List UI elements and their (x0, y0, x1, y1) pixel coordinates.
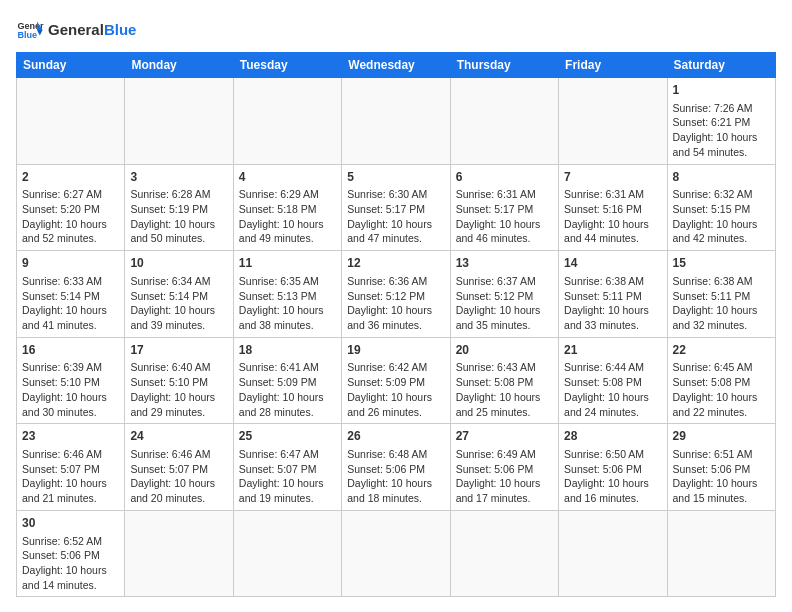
calendar-cell: 6Sunrise: 6:31 AM Sunset: 5:17 PM Daylig… (450, 164, 558, 251)
calendar-cell (450, 510, 558, 597)
calendar-cell: 12Sunrise: 6:36 AM Sunset: 5:12 PM Dayli… (342, 251, 450, 338)
day-number: 11 (239, 255, 336, 272)
day-number: 18 (239, 342, 336, 359)
day-info: Sunrise: 6:42 AM Sunset: 5:09 PM Dayligh… (347, 361, 432, 417)
day-info: Sunrise: 6:30 AM Sunset: 5:17 PM Dayligh… (347, 188, 432, 244)
day-number: 12 (347, 255, 444, 272)
day-info: Sunrise: 6:33 AM Sunset: 5:14 PM Dayligh… (22, 275, 107, 331)
svg-text:Blue: Blue (17, 30, 37, 40)
day-info: Sunrise: 6:32 AM Sunset: 5:15 PM Dayligh… (673, 188, 758, 244)
calendar-cell: 14Sunrise: 6:38 AM Sunset: 5:11 PM Dayli… (559, 251, 667, 338)
calendar-cell: 25Sunrise: 6:47 AM Sunset: 5:07 PM Dayli… (233, 424, 341, 511)
calendar-cell: 28Sunrise: 6:50 AM Sunset: 5:06 PM Dayli… (559, 424, 667, 511)
calendar-cell: 19Sunrise: 6:42 AM Sunset: 5:09 PM Dayli… (342, 337, 450, 424)
weekday-header-saturday: Saturday (667, 53, 775, 78)
day-number: 29 (673, 428, 770, 445)
calendar-cell (125, 78, 233, 165)
calendar-cell (17, 78, 125, 165)
calendar-table: SundayMondayTuesdayWednesdayThursdayFrid… (16, 52, 776, 597)
calendar-cell (342, 510, 450, 597)
day-number: 28 (564, 428, 661, 445)
day-info: Sunrise: 6:27 AM Sunset: 5:20 PM Dayligh… (22, 188, 107, 244)
calendar-cell: 24Sunrise: 6:46 AM Sunset: 5:07 PM Dayli… (125, 424, 233, 511)
day-info: Sunrise: 6:35 AM Sunset: 5:13 PM Dayligh… (239, 275, 324, 331)
calendar-cell: 16Sunrise: 6:39 AM Sunset: 5:10 PM Dayli… (17, 337, 125, 424)
day-info: Sunrise: 6:40 AM Sunset: 5:10 PM Dayligh… (130, 361, 215, 417)
calendar-cell: 20Sunrise: 6:43 AM Sunset: 5:08 PM Dayli… (450, 337, 558, 424)
calendar-cell: 17Sunrise: 6:40 AM Sunset: 5:10 PM Dayli… (125, 337, 233, 424)
logo: General Blue GeneralBlue (16, 16, 136, 44)
day-info: Sunrise: 6:31 AM Sunset: 5:16 PM Dayligh… (564, 188, 649, 244)
calendar-cell: 15Sunrise: 6:38 AM Sunset: 5:11 PM Dayli… (667, 251, 775, 338)
day-number: 15 (673, 255, 770, 272)
calendar-cell: 9Sunrise: 6:33 AM Sunset: 5:14 PM Daylig… (17, 251, 125, 338)
header: General Blue GeneralBlue (16, 16, 776, 44)
day-number: 21 (564, 342, 661, 359)
day-number: 7 (564, 169, 661, 186)
day-info: Sunrise: 6:39 AM Sunset: 5:10 PM Dayligh… (22, 361, 107, 417)
calendar-cell (342, 78, 450, 165)
day-number: 22 (673, 342, 770, 359)
day-number: 9 (22, 255, 119, 272)
calendar-cell: 18Sunrise: 6:41 AM Sunset: 5:09 PM Dayli… (233, 337, 341, 424)
day-number: 17 (130, 342, 227, 359)
weekday-header-wednesday: Wednesday (342, 53, 450, 78)
weekday-header-friday: Friday (559, 53, 667, 78)
calendar-cell (125, 510, 233, 597)
calendar-cell (559, 510, 667, 597)
day-number: 6 (456, 169, 553, 186)
day-number: 24 (130, 428, 227, 445)
calendar-cell (450, 78, 558, 165)
day-info: Sunrise: 6:44 AM Sunset: 5:08 PM Dayligh… (564, 361, 649, 417)
weekday-header-monday: Monday (125, 53, 233, 78)
day-number: 5 (347, 169, 444, 186)
day-info: Sunrise: 6:37 AM Sunset: 5:12 PM Dayligh… (456, 275, 541, 331)
day-info: Sunrise: 6:38 AM Sunset: 5:11 PM Dayligh… (673, 275, 758, 331)
calendar-cell: 7Sunrise: 6:31 AM Sunset: 5:16 PM Daylig… (559, 164, 667, 251)
logo-icon: General Blue (16, 16, 44, 44)
day-info: Sunrise: 6:38 AM Sunset: 5:11 PM Dayligh… (564, 275, 649, 331)
calendar-cell: 22Sunrise: 6:45 AM Sunset: 5:08 PM Dayli… (667, 337, 775, 424)
calendar-cell (233, 510, 341, 597)
day-number: 25 (239, 428, 336, 445)
day-number: 14 (564, 255, 661, 272)
day-number: 30 (22, 515, 119, 532)
calendar-cell: 21Sunrise: 6:44 AM Sunset: 5:08 PM Dayli… (559, 337, 667, 424)
day-info: Sunrise: 6:36 AM Sunset: 5:12 PM Dayligh… (347, 275, 432, 331)
day-info: Sunrise: 6:45 AM Sunset: 5:08 PM Dayligh… (673, 361, 758, 417)
calendar-cell (233, 78, 341, 165)
day-info: Sunrise: 6:29 AM Sunset: 5:18 PM Dayligh… (239, 188, 324, 244)
day-info: Sunrise: 6:31 AM Sunset: 5:17 PM Dayligh… (456, 188, 541, 244)
calendar-cell: 1Sunrise: 7:26 AM Sunset: 6:21 PM Daylig… (667, 78, 775, 165)
calendar-cell: 29Sunrise: 6:51 AM Sunset: 5:06 PM Dayli… (667, 424, 775, 511)
day-number: 8 (673, 169, 770, 186)
calendar-cell: 13Sunrise: 6:37 AM Sunset: 5:12 PM Dayli… (450, 251, 558, 338)
day-info: Sunrise: 6:46 AM Sunset: 5:07 PM Dayligh… (130, 448, 215, 504)
day-number: 16 (22, 342, 119, 359)
day-info: Sunrise: 6:46 AM Sunset: 5:07 PM Dayligh… (22, 448, 107, 504)
calendar-cell: 3Sunrise: 6:28 AM Sunset: 5:19 PM Daylig… (125, 164, 233, 251)
day-info: Sunrise: 6:28 AM Sunset: 5:19 PM Dayligh… (130, 188, 215, 244)
day-info: Sunrise: 6:41 AM Sunset: 5:09 PM Dayligh… (239, 361, 324, 417)
calendar-cell: 8Sunrise: 6:32 AM Sunset: 5:15 PM Daylig… (667, 164, 775, 251)
day-info: Sunrise: 6:43 AM Sunset: 5:08 PM Dayligh… (456, 361, 541, 417)
weekday-header-sunday: Sunday (17, 53, 125, 78)
day-info: Sunrise: 6:34 AM Sunset: 5:14 PM Dayligh… (130, 275, 215, 331)
day-number: 26 (347, 428, 444, 445)
calendar-cell: 23Sunrise: 6:46 AM Sunset: 5:07 PM Dayli… (17, 424, 125, 511)
day-info: Sunrise: 6:49 AM Sunset: 5:06 PM Dayligh… (456, 448, 541, 504)
calendar-cell: 11Sunrise: 6:35 AM Sunset: 5:13 PM Dayli… (233, 251, 341, 338)
day-info: Sunrise: 6:51 AM Sunset: 5:06 PM Dayligh… (673, 448, 758, 504)
day-info: Sunrise: 7:26 AM Sunset: 6:21 PM Dayligh… (673, 102, 758, 158)
weekday-header-tuesday: Tuesday (233, 53, 341, 78)
day-number: 19 (347, 342, 444, 359)
svg-marker-3 (37, 30, 43, 36)
day-number: 13 (456, 255, 553, 272)
calendar-cell: 26Sunrise: 6:48 AM Sunset: 5:06 PM Dayli… (342, 424, 450, 511)
day-info: Sunrise: 6:52 AM Sunset: 5:06 PM Dayligh… (22, 535, 107, 591)
day-number: 23 (22, 428, 119, 445)
calendar-cell: 30Sunrise: 6:52 AM Sunset: 5:06 PM Dayli… (17, 510, 125, 597)
calendar-cell: 4Sunrise: 6:29 AM Sunset: 5:18 PM Daylig… (233, 164, 341, 251)
weekday-header-thursday: Thursday (450, 53, 558, 78)
calendar-cell (667, 510, 775, 597)
